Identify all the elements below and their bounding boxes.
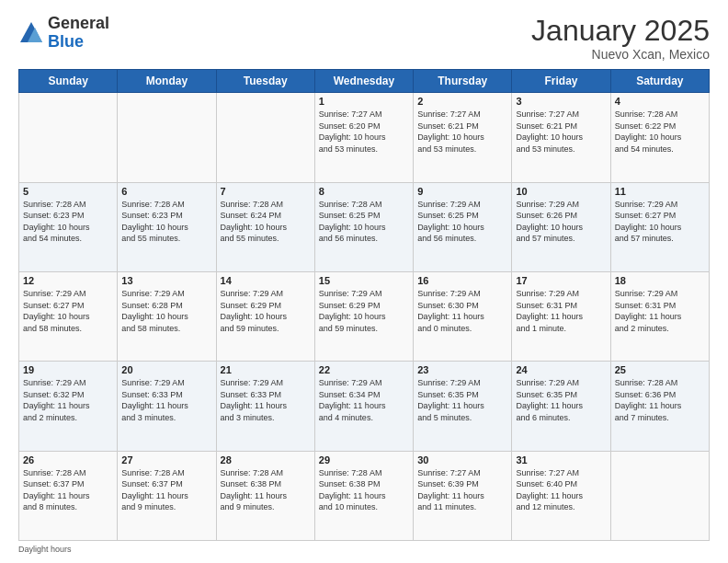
day-number: 9 [417,186,507,197]
calendar: SundayMondayTuesdayWednesdayThursdayFrid… [18,69,710,541]
day-number: 22 [319,364,409,375]
day-detail: Sunrise: 7:29 AM Sunset: 6:34 PM Dayligh… [319,377,409,423]
calendar-cell: 15Sunrise: 7:29 AM Sunset: 6:29 PM Dayli… [314,271,413,361]
day-number: 24 [516,364,606,375]
calendar-header-row: SundayMondayTuesdayWednesdayThursdayFrid… [19,70,710,93]
day-detail: Sunrise: 7:29 AM Sunset: 6:33 PM Dayligh… [121,377,211,423]
daylight-hours-label: Daylight hours [18,545,72,554]
month-title: January 2025 [531,15,710,47]
calendar-cell: 1Sunrise: 7:27 AM Sunset: 6:20 PM Daylig… [314,93,413,182]
day-detail: Sunrise: 7:29 AM Sunset: 6:30 PM Dayligh… [417,288,507,334]
day-detail: Sunrise: 7:28 AM Sunset: 6:36 PM Dayligh… [615,377,705,423]
day-number: 31 [516,454,606,465]
day-number: 21 [221,364,311,375]
logo-text: General Blue [48,15,109,52]
title-block: January 2025 Nuevo Xcan, Mexico [531,15,710,62]
day-detail: Sunrise: 7:29 AM Sunset: 6:25 PM Dayligh… [417,199,507,245]
day-detail: Sunrise: 7:28 AM Sunset: 6:24 PM Dayligh… [221,199,311,245]
calendar-day-header: Friday [512,70,610,93]
day-detail: Sunrise: 7:29 AM Sunset: 6:29 PM Dayligh… [221,288,311,334]
day-number: 26 [23,454,113,465]
day-detail: Sunrise: 7:28 AM Sunset: 6:37 PM Dayligh… [121,467,211,513]
day-number: 4 [615,96,705,107]
calendar-cell: 13Sunrise: 7:29 AM Sunset: 6:28 PM Dayli… [118,271,216,361]
calendar-cell: 19Sunrise: 7:29 AM Sunset: 6:32 PM Dayli… [19,362,118,451]
calendar-cell: 25Sunrise: 7:28 AM Sunset: 6:36 PM Dayli… [610,362,709,451]
calendar-cell [118,93,216,182]
day-number: 27 [121,454,211,465]
calendar-cell: 12Sunrise: 7:29 AM Sunset: 6:27 PM Dayli… [19,271,118,361]
location: Nuevo Xcan, Mexico [531,47,710,62]
logo-general: General [48,14,109,32]
calendar-day-header: Sunday [19,70,118,93]
day-detail: Sunrise: 7:28 AM Sunset: 6:38 PM Dayligh… [221,467,311,513]
day-number: 29 [319,454,409,465]
calendar-cell: 2Sunrise: 7:27 AM Sunset: 6:21 PM Daylig… [414,93,512,182]
calendar-cell: 30Sunrise: 7:27 AM Sunset: 6:39 PM Dayli… [414,451,512,540]
calendar-cell: 5Sunrise: 7:28 AM Sunset: 6:23 PM Daylig… [19,182,118,271]
day-number: 19 [23,364,113,375]
calendar-week-row: 26Sunrise: 7:28 AM Sunset: 6:37 PM Dayli… [19,451,710,540]
calendar-cell: 10Sunrise: 7:29 AM Sunset: 6:26 PM Dayli… [512,182,610,271]
calendar-day-header: Wednesday [314,70,413,93]
calendar-cell: 18Sunrise: 7:29 AM Sunset: 6:31 PM Dayli… [610,271,709,361]
calendar-cell: 29Sunrise: 7:28 AM Sunset: 6:38 PM Dayli… [314,451,413,540]
day-number: 28 [221,454,311,465]
logo-icon [18,20,44,46]
day-detail: Sunrise: 7:28 AM Sunset: 6:37 PM Dayligh… [23,467,113,513]
calendar-cell: 11Sunrise: 7:29 AM Sunset: 6:27 PM Dayli… [610,182,709,271]
calendar-cell [216,93,314,182]
day-detail: Sunrise: 7:29 AM Sunset: 6:32 PM Dayligh… [23,377,113,423]
day-number: 7 [221,186,311,197]
day-number: 18 [615,275,705,286]
calendar-day-header: Saturday [610,70,709,93]
calendar-cell: 27Sunrise: 7:28 AM Sunset: 6:37 PM Dayli… [118,451,216,540]
calendar-cell: 26Sunrise: 7:28 AM Sunset: 6:37 PM Dayli… [19,451,118,540]
day-detail: Sunrise: 7:28 AM Sunset: 6:22 PM Dayligh… [615,109,705,155]
day-detail: Sunrise: 7:29 AM Sunset: 6:35 PM Dayligh… [417,377,507,423]
day-number: 30 [417,454,507,465]
calendar-cell [19,93,118,182]
day-detail: Sunrise: 7:27 AM Sunset: 6:40 PM Dayligh… [516,467,606,513]
calendar-cell: 20Sunrise: 7:29 AM Sunset: 6:33 PM Dayli… [118,362,216,451]
day-number: 8 [319,186,409,197]
day-detail: Sunrise: 7:29 AM Sunset: 6:31 PM Dayligh… [516,288,606,334]
day-detail: Sunrise: 7:28 AM Sunset: 6:38 PM Dayligh… [319,467,409,513]
day-detail: Sunrise: 7:29 AM Sunset: 6:27 PM Dayligh… [23,288,113,334]
calendar-day-header: Thursday [414,70,512,93]
calendar-cell: 21Sunrise: 7:29 AM Sunset: 6:33 PM Dayli… [216,362,314,451]
calendar-cell: 22Sunrise: 7:29 AM Sunset: 6:34 PM Dayli… [314,362,413,451]
day-number: 12 [23,275,113,286]
calendar-cell: 17Sunrise: 7:29 AM Sunset: 6:31 PM Dayli… [512,271,610,361]
day-number: 17 [516,275,606,286]
calendar-week-row: 5Sunrise: 7:28 AM Sunset: 6:23 PM Daylig… [19,182,710,271]
calendar-week-row: 12Sunrise: 7:29 AM Sunset: 6:27 PM Dayli… [19,271,710,361]
day-detail: Sunrise: 7:29 AM Sunset: 6:33 PM Dayligh… [221,377,311,423]
day-number: 23 [417,364,507,375]
calendar-cell: 7Sunrise: 7:28 AM Sunset: 6:24 PM Daylig… [216,182,314,271]
day-detail: Sunrise: 7:27 AM Sunset: 6:21 PM Dayligh… [516,109,606,155]
calendar-cell [610,451,709,540]
day-detail: Sunrise: 7:27 AM Sunset: 6:39 PM Dayligh… [417,467,507,513]
day-number: 16 [417,275,507,286]
day-number: 5 [23,186,113,197]
calendar-cell: 14Sunrise: 7:29 AM Sunset: 6:29 PM Dayli… [216,271,314,361]
day-detail: Sunrise: 7:29 AM Sunset: 6:29 PM Dayligh… [319,288,409,334]
calendar-week-row: 19Sunrise: 7:29 AM Sunset: 6:32 PM Dayli… [19,362,710,451]
calendar-day-header: Monday [118,70,216,93]
calendar-cell: 31Sunrise: 7:27 AM Sunset: 6:40 PM Dayli… [512,451,610,540]
day-detail: Sunrise: 7:28 AM Sunset: 6:23 PM Dayligh… [23,199,113,245]
calendar-cell: 24Sunrise: 7:29 AM Sunset: 6:35 PM Dayli… [512,362,610,451]
header: General Blue January 2025 Nuevo Xcan, Me… [18,15,710,62]
calendar-cell: 23Sunrise: 7:29 AM Sunset: 6:35 PM Dayli… [414,362,512,451]
day-number: 3 [516,96,606,107]
day-number: 20 [121,364,211,375]
day-number: 1 [319,96,409,107]
calendar-day-header: Tuesday [216,70,314,93]
day-detail: Sunrise: 7:28 AM Sunset: 6:23 PM Dayligh… [121,199,211,245]
calendar-cell: 28Sunrise: 7:28 AM Sunset: 6:38 PM Dayli… [216,451,314,540]
calendar-cell: 4Sunrise: 7:28 AM Sunset: 6:22 PM Daylig… [610,93,709,182]
day-number: 25 [615,364,705,375]
calendar-week-row: 1Sunrise: 7:27 AM Sunset: 6:20 PM Daylig… [19,93,710,182]
calendar-cell: 9Sunrise: 7:29 AM Sunset: 6:25 PM Daylig… [414,182,512,271]
